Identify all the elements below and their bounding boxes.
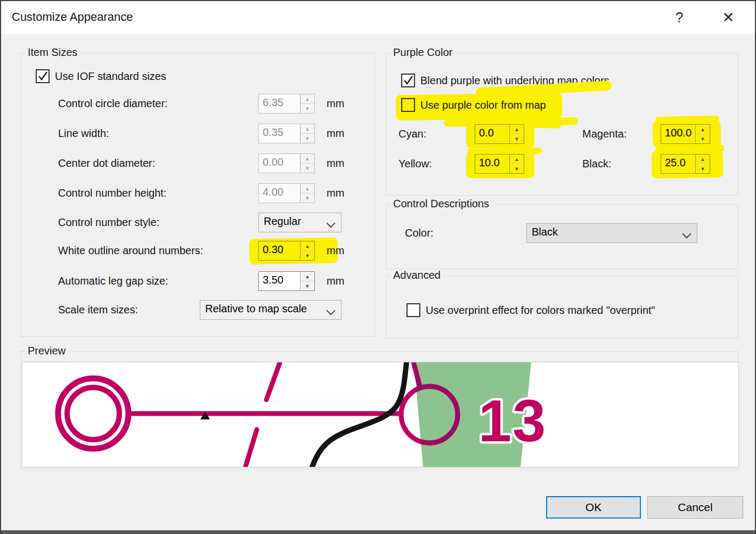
- center-dot-diameter-label: Center dot diameter:: [58, 153, 155, 173]
- spin-down-icon[interactable]: ▼: [696, 164, 710, 173]
- control-number-style-dropdown[interactable]: Regular: [258, 213, 342, 232]
- spinner-value[interactable]: 4.00: [259, 184, 300, 203]
- cancel-button[interactable]: Cancel: [647, 496, 743, 519]
- use-purple-from-map-label: Use purple color from map: [420, 98, 546, 112]
- advanced-group: Advanced Use overprint effect for colors…: [386, 276, 738, 338]
- spin-down-icon[interactable]: ▼: [300, 104, 314, 113]
- line-width-spinner[interactable]: 0.35 ▲▼: [258, 124, 315, 143]
- ok-button[interactable]: OK: [546, 496, 641, 519]
- cyan-label: Cyan:: [399, 124, 426, 144]
- spin-down-icon[interactable]: ▼: [300, 164, 314, 173]
- customize-appearance-dialog: Customize Appearance ? ✕ Item Sizes Use …: [0, 0, 756, 534]
- spinner-value[interactable]: 10.0: [475, 155, 509, 173]
- unit-label: mm: [327, 183, 344, 203]
- control-descriptions-group: Control Descriptions Color: Black: [386, 204, 738, 269]
- cancel-button-label: Cancel: [678, 501, 712, 514]
- chevron-down-icon: [327, 219, 336, 228]
- unit-label: mm: [327, 94, 344, 114]
- spinner-value[interactable]: 100.0: [661, 125, 695, 143]
- spin-down-icon[interactable]: ▼: [510, 164, 524, 173]
- use-purple-from-map-checkbox[interactable]: [401, 98, 415, 112]
- dashed-road-segment: [266, 363, 280, 400]
- preview-group: Preview: [20, 351, 738, 470]
- checkmark-icon: [36, 69, 50, 83]
- yellow-label: Yellow:: [399, 154, 432, 174]
- use-iof-standard-sizes-label: Use IOF standard sizes: [55, 69, 166, 83]
- spin-down-icon[interactable]: ▼: [696, 134, 710, 143]
- purple-color-group-title: Purple Color: [391, 46, 455, 59]
- spinner-value[interactable]: 6.35: [259, 94, 300, 113]
- spin-down-icon[interactable]: ▼: [300, 281, 314, 290]
- spinner-value[interactable]: 3.50: [259, 272, 300, 290]
- white-outline-spinner[interactable]: 0.30 ▲▼: [258, 241, 315, 261]
- black-label: Black:: [582, 154, 611, 174]
- ok-button-label: OK: [586, 501, 601, 514]
- spin-down-icon[interactable]: ▼: [300, 251, 314, 260]
- dashed-road-segment: [246, 430, 257, 466]
- dialog-title: Customize Appearance: [12, 10, 133, 24]
- item-sizes-group-title: Item Sizes: [25, 46, 80, 59]
- overprint-effect-checkbox[interactable]: [407, 303, 420, 317]
- scale-item-sizes-dropdown[interactable]: Relative to map scale: [200, 300, 342, 320]
- magenta-label: Magenta:: [582, 124, 627, 144]
- title-bar: Customize Appearance ? ✕: [1, 1, 755, 34]
- spin-up-icon[interactable]: ▲: [696, 125, 710, 134]
- item-sizes-group: Item Sizes Use IOF standard sizes Contro…: [20, 53, 375, 337]
- automatic-leg-gap-spinner[interactable]: 3.50 ▲▼: [258, 271, 315, 291]
- spinner-value[interactable]: 25.0: [661, 155, 695, 173]
- spin-up-icon[interactable]: ▲: [300, 94, 314, 104]
- course-overprint: [58, 362, 458, 466]
- spinner-value[interactable]: 0.35: [259, 124, 300, 143]
- help-icon[interactable]: ?: [665, 5, 693, 30]
- dropdown-value: Relative to map scale: [205, 303, 307, 315]
- unit-label: mm: [327, 124, 344, 143]
- spinner-value[interactable]: 0.0: [475, 125, 509, 143]
- spin-up-icon[interactable]: ▲: [510, 125, 524, 134]
- spin-down-icon[interactable]: ▼: [300, 193, 314, 203]
- white-outline-label: White outline around numbers:: [58, 241, 203, 261]
- chevron-down-icon: [682, 230, 692, 239]
- spin-down-icon[interactable]: ▼: [300, 134, 314, 143]
- automatic-leg-gap-label: Automatic leg gap size:: [58, 271, 168, 291]
- magenta-spinner[interactable]: 100.0 ▲▼: [661, 124, 710, 144]
- spin-up-icon[interactable]: ▲: [300, 272, 314, 281]
- control-descriptions-group-title: Control Descriptions: [391, 198, 492, 210]
- course-preview-svg: 13: [22, 362, 738, 467]
- dropdown-value: Regular: [264, 215, 301, 228]
- spin-up-icon[interactable]: ▲: [300, 184, 314, 193]
- control-number-height-spinner[interactable]: 4.00 ▲▼: [258, 183, 315, 203]
- close-icon[interactable]: ✕: [713, 5, 744, 30]
- yellow-spinner[interactable]: 10.0 ▲▼: [475, 154, 524, 174]
- spin-up-icon[interactable]: ▲: [300, 241, 314, 251]
- scale-item-sizes-label: Scale item sizes:: [58, 300, 138, 320]
- use-iof-standard-sizes-checkbox[interactable]: [36, 69, 50, 83]
- spin-down-icon[interactable]: ▼: [510, 134, 524, 143]
- course-preview-image: 13: [22, 362, 739, 467]
- spinner-value[interactable]: 0.00: [259, 154, 300, 173]
- control-circle-diameter-label: Control circle diameter:: [58, 94, 168, 114]
- dropdown-value: Black: [532, 226, 558, 238]
- unit-label: mm: [327, 271, 344, 291]
- description-color-dropdown[interactable]: Black: [526, 223, 697, 243]
- finish-inner-circle: [67, 387, 119, 440]
- chevron-down-icon: [327, 306, 336, 315]
- unit-label: mm: [327, 153, 344, 173]
- spin-up-icon[interactable]: ▲: [696, 155, 710, 164]
- center-dot-diameter-spinner[interactable]: 0.00 ▲▼: [258, 153, 315, 173]
- control-number-height-label: Control number height:: [58, 183, 166, 203]
- overprint-effect-label: Use overprint effect for colors marked "…: [426, 303, 655, 317]
- unit-label: mm: [327, 241, 344, 261]
- preview-group-title: Preview: [25, 345, 68, 357]
- spin-up-icon[interactable]: ▲: [300, 124, 314, 134]
- checkmark-icon: [402, 74, 416, 87]
- description-color-label: Color:: [405, 223, 433, 243]
- line-width-label: Line width:: [58, 124, 109, 143]
- control-circle-diameter-spinner[interactable]: 6.35 ▲▼: [258, 94, 315, 114]
- black-spinner[interactable]: 25.0 ▲▼: [661, 154, 710, 174]
- spin-up-icon[interactable]: ▲: [300, 154, 314, 164]
- blend-purple-checkbox[interactable]: [401, 74, 415, 87]
- spin-up-icon[interactable]: ▲: [510, 155, 524, 164]
- cyan-spinner[interactable]: 0.0 ▲▼: [475, 124, 524, 144]
- advanced-group-title: Advanced: [391, 269, 443, 281]
- spinner-value[interactable]: 0.30: [259, 241, 300, 260]
